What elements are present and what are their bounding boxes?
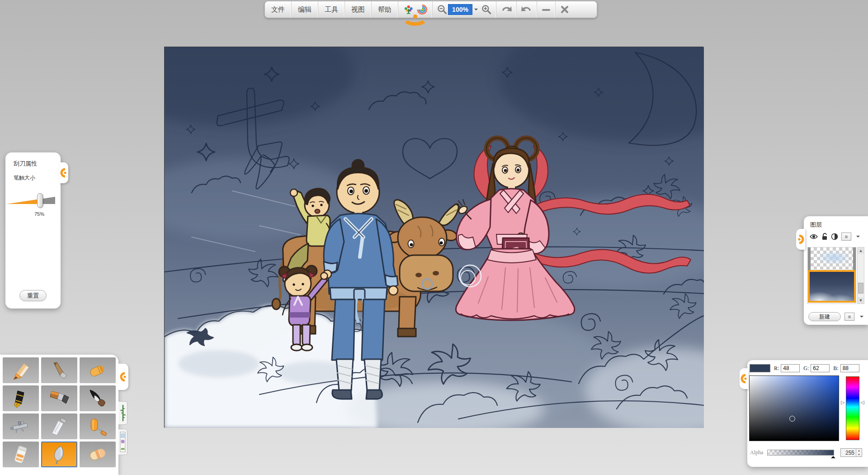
tool-palette — [0, 355, 118, 475]
layer-thumbnail — [811, 247, 853, 270]
slider-fill — [7, 197, 41, 204]
alpha-marker[interactable] — [831, 454, 835, 458]
canvas-artwork — [165, 47, 704, 428]
panel-drag-handle[interactable] — [59, 162, 68, 183]
alpha-down-icon[interactable]: ▼ — [856, 453, 862, 457]
brush-size-value: 75% — [34, 211, 44, 217]
mascot-logo — [398, 1, 433, 18]
pencil-icon — [9, 361, 33, 380]
alpha-value: 255 — [841, 450, 856, 456]
bamboo-icon — [120, 404, 126, 422]
alpha-spin-arrows[interactable]: ▲ ▼ — [856, 449, 862, 456]
flat-brush-icon — [47, 389, 71, 408]
layer-list-icon[interactable]: ≡ — [841, 233, 851, 241]
handle-icon — [741, 374, 748, 384]
close-button[interactable] — [556, 1, 574, 18]
slider-handle[interactable] — [37, 193, 43, 208]
tool-ink-brush[interactable] — [80, 385, 116, 411]
visibility-eye-icon[interactable] — [809, 233, 818, 240]
app-window: 文件 编辑 工具 视图 帮助 — [0, 0, 868, 475]
new-layer-button[interactable]: 新建 — [808, 312, 841, 321]
bamboo-brushes-tab[interactable] — [118, 401, 127, 425]
airbrush-icon — [9, 417, 33, 437]
alpha-slider[interactable] — [767, 450, 834, 456]
color-wheel-icon[interactable] — [416, 3, 428, 16]
redo-button[interactable] — [517, 1, 537, 18]
hue-marker-right[interactable]: ◁ — [860, 400, 864, 404]
palette-drag-handle[interactable] — [118, 364, 128, 390]
tool-paint-roller[interactable] — [80, 413, 116, 439]
fountain-pen-icon — [9, 389, 33, 408]
handle-icon — [120, 372, 127, 382]
layer-item-sketch[interactable] — [808, 247, 856, 270]
g-input[interactable]: 62 — [811, 364, 830, 372]
paint-roller-icon — [86, 417, 109, 437]
tool-crayon[interactable] — [80, 357, 116, 383]
menu-view[interactable]: 视图 — [345, 1, 372, 18]
tool-eraser[interactable] — [80, 442, 116, 467]
brush-size-label: 笔触大小 — [5, 168, 61, 182]
stickers-icon — [120, 432, 126, 452]
hue-marker-left[interactable]: ▷ — [841, 400, 844, 404]
scrollbar-thumb[interactable] — [858, 283, 863, 294]
color-drag-handle[interactable] — [740, 368, 749, 389]
b-label: B: — [833, 365, 838, 372]
menu-file[interactable]: 文件 — [265, 1, 292, 18]
color-cursor[interactable] — [789, 416, 795, 422]
eraser-icon — [86, 445, 109, 465]
r-label: R: — [774, 365, 779, 372]
palette-knife-icon — [47, 417, 71, 437]
tool-flat-brush[interactable] — [41, 385, 77, 411]
main-toolbar: 文件 编辑 工具 视图 帮助 — [264, 1, 597, 18]
handle-icon — [60, 168, 67, 178]
menu-help[interactable]: 帮助 — [372, 1, 398, 18]
layer-menu-icon[interactable]: ≡ — [844, 313, 854, 321]
handle-icon — [797, 234, 804, 244]
tool-paint-jar[interactable] — [3, 442, 39, 467]
saturation-value-picker[interactable] — [749, 375, 839, 441]
b-input[interactable]: 88 — [840, 364, 859, 372]
alpha-up-icon[interactable]: ▲ — [856, 449, 862, 453]
minimize-button[interactable] — [537, 1, 556, 18]
zoom-out-icon[interactable] — [436, 4, 448, 15]
ink-brush-icon — [86, 389, 109, 408]
layer-list-caret[interactable] — [856, 236, 860, 239]
zoom-dropdown-caret[interactable] — [474, 9, 478, 12]
reset-button[interactable]: 重置 — [19, 290, 47, 301]
redo-icon — [520, 4, 533, 15]
zoom-controls: 100% — [433, 1, 496, 18]
stickers-tab[interactable] — [118, 429, 127, 455]
scroll-up-icon[interactable]: ▲ — [858, 247, 864, 254]
g-label: G: — [803, 365, 809, 372]
layers-title: 图层 — [804, 216, 868, 229]
brush-size-slider[interactable] — [7, 196, 55, 206]
drawing-canvas[interactable] — [164, 47, 703, 428]
tool-pencil[interactable] — [3, 357, 39, 383]
zoom-level-input[interactable]: 100% — [448, 4, 472, 15]
layer-list-scrollbar[interactable]: ▲ ▼ — [857, 247, 864, 304]
zoom-in-icon[interactable] — [481, 4, 492, 15]
undo-button[interactable] — [496, 1, 517, 18]
tool-scraper[interactable] — [41, 442, 77, 467]
close-icon — [559, 4, 570, 15]
hue-slider[interactable] — [846, 376, 859, 440]
tool-palette-knife[interactable] — [41, 413, 77, 439]
layer-item-background-selected[interactable] — [808, 270, 856, 303]
r-input[interactable]: 48 — [781, 364, 800, 372]
mascot-nose — [413, 14, 417, 19]
menu-edit[interactable]: 编辑 — [292, 1, 318, 18]
palette-tree-icon[interactable] — [403, 3, 415, 16]
layer-list — [807, 247, 856, 304]
blend-contrast-icon[interactable] — [831, 233, 838, 240]
tool-fountain-pen[interactable] — [3, 385, 39, 411]
scraper-icon — [47, 445, 71, 465]
crayon-icon — [86, 361, 109, 380]
scroll-down-icon[interactable]: ▼ — [858, 297, 864, 304]
alpha-spinner[interactable]: 255 ▲ ▼ — [840, 448, 862, 457]
menu-tools[interactable]: 工具 — [318, 1, 345, 18]
unlock-icon[interactable] — [821, 233, 828, 240]
tool-airbrush[interactable] — [3, 413, 39, 439]
tool-stick-pen[interactable] — [41, 357, 77, 383]
layers-drag-handle[interactable] — [796, 229, 805, 250]
layer-menu-caret[interactable] — [860, 316, 863, 319]
